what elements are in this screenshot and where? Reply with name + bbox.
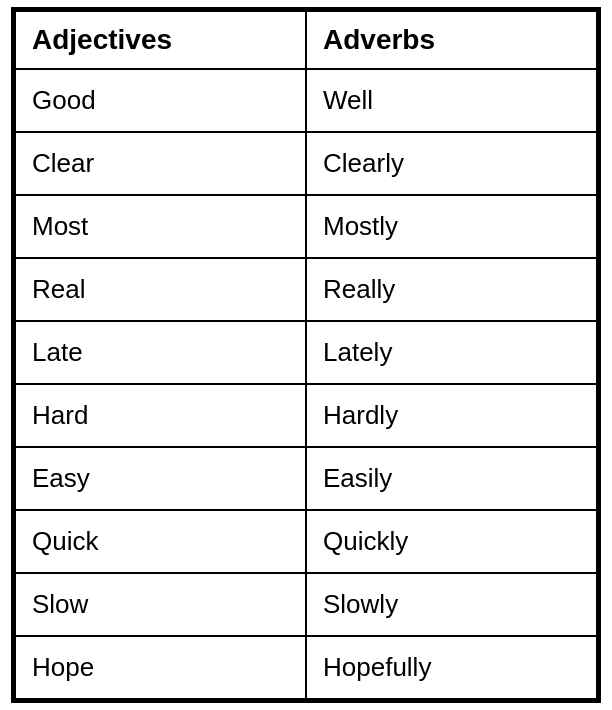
adverb-cell: Well [306, 69, 597, 132]
adverb-cell: Really [306, 258, 597, 321]
adverb-cell: Easily [306, 447, 597, 510]
adverbs-header: Adverbs [306, 11, 597, 69]
table-row: LateLately [15, 321, 597, 384]
adjective-cell: Easy [15, 447, 306, 510]
table-row: QuickQuickly [15, 510, 597, 573]
adjective-cell: Late [15, 321, 306, 384]
adjectives-adverbs-table: Adjectives Adverbs GoodWellClearClearlyM… [14, 10, 598, 700]
adjective-cell: Hope [15, 636, 306, 699]
adjective-cell: Good [15, 69, 306, 132]
adjective-cell: Most [15, 195, 306, 258]
table-row: RealReally [15, 258, 597, 321]
adjective-cell: Quick [15, 510, 306, 573]
adjective-cell: Clear [15, 132, 306, 195]
table-row: SlowSlowly [15, 573, 597, 636]
adjective-cell: Slow [15, 573, 306, 636]
table-row: MostMostly [15, 195, 597, 258]
table-row: HopeHopefully [15, 636, 597, 699]
table-row: EasyEasily [15, 447, 597, 510]
adjective-cell: Real [15, 258, 306, 321]
adverb-cell: Hardly [306, 384, 597, 447]
adverb-cell: Mostly [306, 195, 597, 258]
table-row: GoodWell [15, 69, 597, 132]
table-header-row: Adjectives Adverbs [15, 11, 597, 69]
adverb-cell: Lately [306, 321, 597, 384]
adjective-cell: Hard [15, 384, 306, 447]
table-row: HardHardly [15, 384, 597, 447]
adverb-cell: Quickly [306, 510, 597, 573]
adjectives-header: Adjectives [15, 11, 306, 69]
adverb-cell: Slowly [306, 573, 597, 636]
table-wrapper: Adjectives Adverbs GoodWellClearClearlyM… [11, 7, 601, 703]
adverb-cell: Clearly [306, 132, 597, 195]
table-row: ClearClearly [15, 132, 597, 195]
adverb-cell: Hopefully [306, 636, 597, 699]
